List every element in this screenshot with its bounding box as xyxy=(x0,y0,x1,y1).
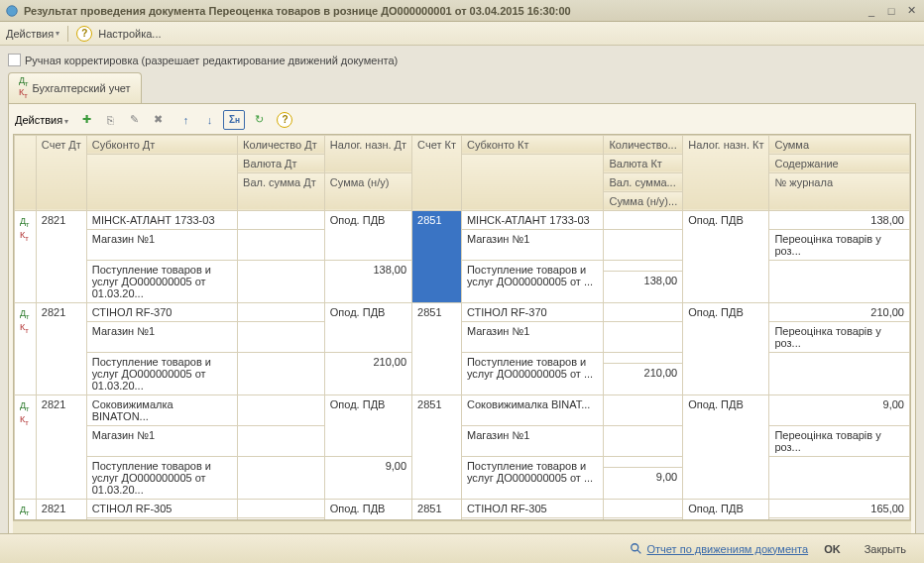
refresh-icon[interactable]: ↻ xyxy=(249,110,269,130)
col-tax-dt[interactable]: Налог. назн. Дт xyxy=(324,135,411,172)
minimize-button[interactable]: _ xyxy=(863,3,880,19)
help-icon[interactable]: ? xyxy=(277,112,292,128)
cell-sub-dt1[interactable]: СТІНОЛ RF-305 xyxy=(86,499,237,517)
col-sub-kt[interactable]: Субконто Кт xyxy=(461,135,604,154)
manual-edit-row[interactable]: Ручная корректировка (разрешает редактир… xyxy=(8,54,916,66)
cell-sub-dt3[interactable]: Поступление товаров и услуг ДО000000005 … xyxy=(86,260,237,302)
cell-sub-dt2[interactable]: Магазин №1 xyxy=(86,321,237,352)
col-content[interactable]: Содержание xyxy=(769,154,910,172)
cell-tax-dt[interactable]: Опод. ПДВ xyxy=(324,499,411,520)
cell-cur-kt[interactable] xyxy=(604,229,683,260)
help-icon[interactable]: ? xyxy=(76,26,92,42)
col-cur-dt[interactable]: Валюта Дт xyxy=(238,154,325,172)
cell-acct-dt[interactable]: 2821 xyxy=(36,499,86,520)
cell-qty-kt[interactable] xyxy=(604,302,683,321)
grid-actions[interactable]: Действия xyxy=(15,114,68,126)
cell-sub-kt1[interactable]: СТІНОЛ RF-370 xyxy=(461,302,604,321)
table-row[interactable]: Поступление товаров и услуг ДО000000005 … xyxy=(15,456,910,468)
cell-journal[interactable] xyxy=(769,260,910,302)
cell-valsum-kt[interactable] xyxy=(604,456,683,468)
table-row[interactable]: Магазин №1 Магазин №1 Переоцінка товарів… xyxy=(15,425,910,456)
cell-sum[interactable]: 9,00 xyxy=(769,394,910,425)
cell-sum-nu[interactable]: 9,00 xyxy=(324,456,411,499)
report-link[interactable]: Отчет по движениям документа xyxy=(630,542,809,556)
move-up-icon[interactable]: ↑ xyxy=(175,110,195,130)
cell-tax-kt[interactable]: Опод. ПДВ xyxy=(683,394,769,499)
cell-content[interactable]: Переоцінка товарів у роз... xyxy=(769,229,910,260)
cell-acct-kt[interactable]: 2851 xyxy=(412,210,462,302)
copy-icon[interactable]: ⎘ xyxy=(100,110,120,130)
cell-content[interactable]: Переоцінка товарів у роз... xyxy=(769,321,910,352)
col-acct-dt[interactable]: Счет Дт xyxy=(36,135,86,210)
table-row[interactable]: Магазин №1 Магазин №1 Переоцінка товарів… xyxy=(15,321,910,352)
cell-sub-kt1[interactable]: СТІНОЛ RF-305 xyxy=(461,499,604,517)
cell-journal[interactable] xyxy=(769,352,910,394)
cell-cur-dt[interactable] xyxy=(238,229,325,260)
col-journal[interactable]: № журнала xyxy=(769,172,910,210)
cell-tax-dt[interactable]: Опод. ПДВ xyxy=(324,394,411,456)
add-icon[interactable]: ✚ xyxy=(76,110,96,130)
col-cur-kt[interactable]: Валюта Кт xyxy=(604,154,683,172)
edit-icon[interactable]: ✎ xyxy=(124,110,144,130)
cell-tax-dt[interactable]: Опод. ПДВ xyxy=(324,210,411,260)
cell-cur-kt[interactable] xyxy=(604,425,683,456)
cell-acct-kt[interactable]: 2851 xyxy=(412,302,462,394)
cell-sum[interactable]: 138,00 xyxy=(769,210,910,229)
horizontal-scrollbar[interactable] xyxy=(13,520,911,534)
cell-sub-kt1[interactable]: МІНСК-АТЛАНТ 1733-03 xyxy=(461,210,604,229)
col-valsum-kt[interactable]: Вал. сумма... xyxy=(604,172,683,191)
cell-qty-dt[interactable] xyxy=(238,499,325,517)
cell-tax-kt[interactable]: Опод. ПДВ xyxy=(683,210,769,302)
cell-sub-kt2[interactable]: Магазин №1 xyxy=(461,425,604,456)
ok-button[interactable]: OK xyxy=(816,541,849,557)
menu-actions[interactable]: Действия xyxy=(6,28,59,40)
table-row[interactable]: ДтКт 2821 МІНСК-АТЛАНТ 1733-03 Опод. ПДВ… xyxy=(15,210,910,229)
table-row[interactable]: ДтКт 2821 СТІНОЛ RF-370 Опод. ПДВ 2851 С… xyxy=(15,302,910,321)
cell-sub-dt2[interactable]: Магазин №1 xyxy=(86,229,237,260)
cell-qty-kt[interactable] xyxy=(604,210,683,229)
cell-qty-dt[interactable] xyxy=(238,210,325,229)
manual-edit-checkbox[interactable] xyxy=(8,54,21,66)
cell-sub-kt2[interactable]: Магазин №1 xyxy=(461,229,604,260)
table-row[interactable]: ДтКт 2821 Соковижималка BINATON... Опод.… xyxy=(15,394,910,425)
close-button-footer[interactable]: Закрыть xyxy=(857,541,914,557)
cell-sum-nu-kt[interactable]: 210,00 xyxy=(604,364,683,394)
col-sub-kt-cont[interactable] xyxy=(461,154,604,210)
col-tax-kt[interactable]: Налог. назн. Кт xyxy=(683,135,769,210)
col-sum-nu[interactable]: Сумма (н/у) xyxy=(324,172,411,210)
table-row[interactable]: ДтКт 2821 СТІНОЛ RF-305 Опод. ПДВ 2851 С… xyxy=(15,499,910,517)
cell-sub-kt3[interactable]: Поступление товаров и услуг ДО000000005 … xyxy=(461,260,604,302)
cell-content[interactable]: Переоцінка товарів у роз... xyxy=(769,425,910,456)
cell-tax-kt[interactable]: Опод. ПДВ xyxy=(683,499,769,520)
col-sub-dt-cont[interactable] xyxy=(86,154,237,210)
cell-sum[interactable]: 210,00 xyxy=(769,302,910,321)
cell-valsum-dt[interactable] xyxy=(238,456,325,499)
cell-sum-nu[interactable]: 210,00 xyxy=(324,352,411,394)
cell-sub-dt1[interactable]: Соковижималка BINATON... xyxy=(86,394,237,425)
cell-valsum-kt[interactable] xyxy=(604,260,683,272)
col-sub-dt[interactable]: Субконто Дт xyxy=(86,135,237,154)
col-sum[interactable]: Сумма xyxy=(769,135,910,154)
cell-qty-dt[interactable] xyxy=(238,302,325,321)
cell-sub-dt1[interactable]: СТІНОЛ RF-370 xyxy=(86,302,237,321)
cell-tax-dt[interactable]: Опод. ПДВ xyxy=(324,302,411,352)
grid[interactable]: Счет Дт Субконто Дт Количество Дт Налог.… xyxy=(13,134,911,520)
cell-sub-kt2[interactable]: Магазин №1 xyxy=(461,321,604,352)
cell-acct-kt[interactable]: 2851 xyxy=(412,394,462,499)
cell-acct-dt[interactable]: 2821 xyxy=(36,210,86,302)
col-qty-dt[interactable]: Количество Дт xyxy=(238,135,325,154)
menu-settings[interactable]: Настройка... xyxy=(98,28,161,40)
cell-sub-dt2[interactable]: Магазин №1 xyxy=(86,425,237,456)
cell-acct-kt[interactable]: 2851 xyxy=(412,499,462,520)
cell-cur-dt[interactable] xyxy=(238,425,325,456)
tab-accounting[interactable]: ДтКт Бухгалтерский учет xyxy=(8,72,142,103)
col-valsum-dt[interactable]: Вал. сумма Дт xyxy=(238,172,325,210)
table-row[interactable]: Поступление товаров и услуг ДО000000005 … xyxy=(15,260,910,272)
cell-acct-dt[interactable]: 2821 xyxy=(36,302,86,394)
cell-cur-dt[interactable] xyxy=(238,321,325,352)
cell-valsum-dt[interactable] xyxy=(238,260,325,302)
cell-journal[interactable] xyxy=(769,456,910,499)
cell-sub-dt3[interactable]: Поступление товаров и услуг ДО000000005 … xyxy=(86,456,237,499)
cell-tax-kt[interactable]: Опод. ПДВ xyxy=(683,302,769,394)
cell-qty-kt[interactable] xyxy=(604,394,683,425)
